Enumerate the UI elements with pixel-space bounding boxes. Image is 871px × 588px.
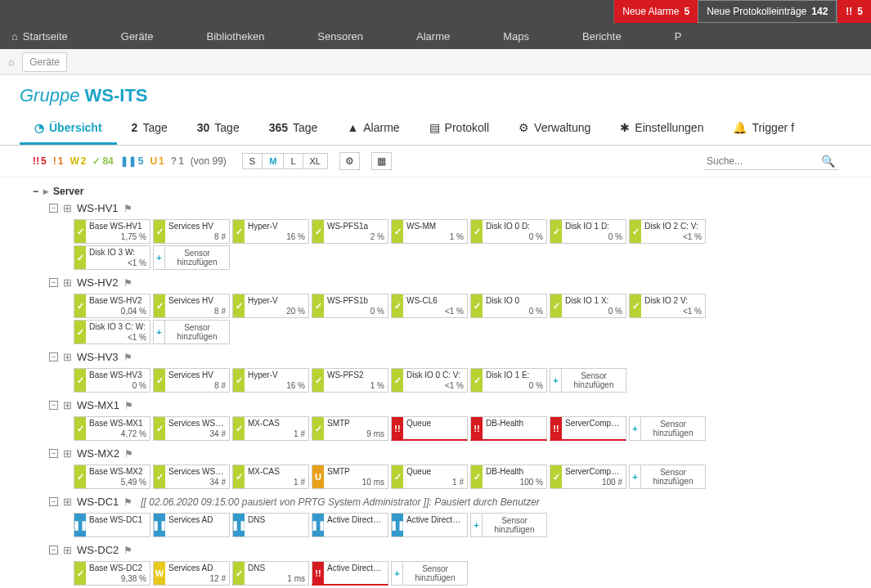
- sensor-tile[interactable]: ❚❚DNS: [232, 513, 309, 537]
- device-header[interactable]: −⊞WS-MX1⚑: [49, 396, 838, 415]
- tab-trigger[interactable]: 🔔Trigger f: [718, 113, 809, 145]
- sensor-tile[interactable]: ✓SMTP9 ms: [312, 416, 388, 441]
- sensor-tile[interactable]: ✓WS-PFS21 %: [312, 368, 388, 393]
- sensor-tile[interactable]: ✓ServerCompon...100 #: [550, 465, 626, 489]
- collapse-icon[interactable]: −: [33, 186, 38, 197]
- sensor-tile[interactable]: ✓Services HV8 #: [153, 294, 230, 318]
- sensor-tile[interactable]: ✓Services HV8 #: [153, 219, 230, 244]
- sensor-tile[interactable]: ✓Base WS-HV30 %: [74, 368, 150, 393]
- nav-reports[interactable]: Berichte: [566, 30, 658, 43]
- add-sensor-button[interactable]: +Sensor hinzufügen: [153, 320, 230, 344]
- status-warning[interactable]: W2: [70, 155, 86, 167]
- nav-home[interactable]: ⌂Startseite: [8, 30, 105, 43]
- device-header[interactable]: −⊞WS-MX2⚑: [49, 444, 838, 463]
- sensor-tile[interactable]: ✓Disk IO 0 D:0 %: [470, 219, 547, 244]
- tab-admin[interactable]: ⚙Verwaltung: [504, 113, 605, 145]
- sensor-tile[interactable]: ❚❚Active Director...: [391, 513, 468, 537]
- sensor-tile[interactable]: ✓Base WS-MX25,49 %: [74, 465, 150, 489]
- new-alarms-badge[interactable]: Neue Alarme 5: [613, 0, 698, 23]
- sensor-tile[interactable]: ✓Queue1 #: [391, 465, 468, 489]
- tab-overview[interactable]: ◔Übersicht: [20, 113, 117, 145]
- sensor-tile[interactable]: !!Queue: [391, 416, 468, 441]
- settings-button[interactable]: ⚙: [339, 152, 360, 170]
- tab-2days[interactable]: 2Tage: [117, 113, 182, 145]
- device-header[interactable]: −⊞WS-HV3⚑: [49, 348, 838, 366]
- sensor-tile[interactable]: USMTP10 ms: [312, 465, 388, 489]
- status-down[interactable]: !!5: [33, 155, 47, 167]
- device-header[interactable]: −⊞WS-HV2⚑: [49, 273, 838, 292]
- sensor-tile[interactable]: ✓Disk IO 00 %: [470, 294, 547, 318]
- sensor-tile[interactable]: ✓Disk IO 1 X:0 %: [550, 294, 626, 318]
- sensor-tile[interactable]: ✓Base WS-HV11,75 %: [74, 219, 150, 244]
- search-icon[interactable]: 🔍: [821, 155, 835, 168]
- sensor-tile[interactable]: ✓WS-CL6<1 %: [391, 294, 468, 318]
- sensor-tile[interactable]: ✓Hyper-V20 %: [232, 294, 309, 318]
- add-sensor-button[interactable]: +Sensor hinzufügen: [550, 368, 626, 393]
- sensor-tile[interactable]: ✓Services WS-M...34 #: [153, 465, 230, 489]
- collapse-icon[interactable]: −: [49, 278, 58, 287]
- nav-devices[interactable]: Geräte: [105, 30, 191, 43]
- status-unknown[interactable]: ?1: [171, 155, 184, 167]
- sensor-tile[interactable]: WServices AD12 #: [153, 561, 230, 586]
- status-down-ack[interactable]: !1: [53, 155, 64, 167]
- sensor-tile[interactable]: ✓Services HV8 #: [153, 368, 230, 393]
- sensor-tile[interactable]: ✓Disk IO 3 W:<1 %: [74, 245, 150, 270]
- sensor-tile[interactable]: ✓WS-MM1 %: [391, 219, 468, 244]
- sensor-tile[interactable]: ✓Base WS-DC29,38 %: [74, 561, 150, 586]
- sensor-tile[interactable]: !!ServerCompon...: [550, 416, 626, 441]
- tab-365days[interactable]: 365Tage: [254, 113, 333, 145]
- tab-30days[interactable]: 30Tage: [182, 113, 254, 145]
- collapse-icon[interactable]: −: [49, 545, 58, 554]
- nav-sensors[interactable]: Sensoren: [301, 30, 400, 43]
- status-unusual[interactable]: U1: [150, 155, 164, 167]
- search-input[interactable]: [707, 155, 821, 167]
- size-s[interactable]: S: [242, 153, 263, 169]
- add-sensor-button[interactable]: +Sensor hinzufügen: [629, 465, 706, 489]
- sensor-tile[interactable]: ✓Disk IO 0 C: V:<1 %: [391, 368, 468, 393]
- collapse-icon[interactable]: −: [49, 449, 58, 458]
- sensor-tile[interactable]: ❚❚Active Director...: [312, 513, 388, 537]
- sensor-tile[interactable]: !!DB-Health: [470, 416, 547, 441]
- sensor-tile[interactable]: ✓Disk IO 1 D:0 %: [550, 219, 626, 244]
- collapse-icon[interactable]: −: [49, 204, 58, 213]
- nav-p[interactable]: P: [658, 30, 719, 43]
- sensor-tile[interactable]: !!Active Director...: [312, 561, 388, 586]
- collapse-icon[interactable]: −: [49, 497, 58, 506]
- sensor-tile[interactable]: ✓MX-CAS1 #: [232, 416, 309, 441]
- sensor-tile[interactable]: ❚❚Services AD: [153, 513, 230, 537]
- collapse-icon[interactable]: −: [49, 401, 58, 410]
- sensor-tile[interactable]: ✓Hyper-V16 %: [232, 368, 309, 393]
- new-logs-badge[interactable]: Neue Protokolleinträge 142: [698, 0, 837, 23]
- tab-alarms[interactable]: ▲Alarme: [332, 113, 414, 145]
- breadcrumb-home-icon[interactable]: ⌂: [8, 56, 14, 68]
- add-sensor-button[interactable]: +Sensor hinzufügen: [470, 513, 547, 537]
- add-sensor-button[interactable]: +Sensor hinzufügen: [153, 245, 230, 270]
- collapse-icon[interactable]: −: [49, 352, 58, 361]
- group-header-server[interactable]: − ▸ Server: [33, 184, 838, 199]
- sensor-tile[interactable]: ✓DNS1 ms: [232, 561, 309, 586]
- add-sensor-button[interactable]: +Sensor hinzufügen: [391, 561, 468, 586]
- nav-libraries[interactable]: Bibliotheken: [191, 30, 302, 43]
- sensor-tile[interactable]: ✓WS-PFS1b0 %: [312, 294, 388, 318]
- sensor-tile[interactable]: ✓WS-PFS1a2 %: [312, 219, 388, 244]
- sensor-tile[interactable]: ✓Hyper-V16 %: [232, 219, 309, 244]
- sensor-tile[interactable]: ✓Services WS-M...34 #: [153, 416, 230, 441]
- size-m[interactable]: M: [262, 153, 284, 169]
- device-header[interactable]: −⊞WS-HV1⚑: [49, 199, 838, 218]
- sensor-tile[interactable]: ✓Disk IO 1 E:0 %: [470, 368, 547, 393]
- sensor-tile[interactable]: ✓Disk IO 2 C: V:<1 %: [629, 219, 706, 244]
- breadcrumb-devices[interactable]: Geräte: [22, 52, 67, 72]
- nav-alarms[interactable]: Alarme: [400, 30, 487, 43]
- sensor-tile[interactable]: ✓Base WS-HV20,04 %: [74, 294, 150, 318]
- tab-protocol[interactable]: ▤Protokoll: [415, 113, 504, 145]
- sensor-tile[interactable]: ✓Disk IO 3 C: W:<1 %: [74, 320, 150, 344]
- status-paused[interactable]: ❚❚5: [120, 155, 144, 167]
- sensor-tile[interactable]: ✓Disk IO 2 V:<1 %: [629, 294, 706, 318]
- device-header[interactable]: −⊞WS-DC1⚑[[ 02.06.2020 09:15:00 pausiert…: [49, 492, 838, 511]
- status-up[interactable]: ✓84: [92, 155, 113, 167]
- sensor-tile[interactable]: ✓DB-Health100 %: [470, 465, 547, 489]
- tab-settings[interactable]: ✱Einstellungen: [605, 113, 718, 145]
- size-l[interactable]: L: [283, 153, 303, 169]
- add-sensor-button[interactable]: +Sensor hinzufügen: [629, 416, 706, 441]
- size-xl[interactable]: XL: [303, 153, 328, 169]
